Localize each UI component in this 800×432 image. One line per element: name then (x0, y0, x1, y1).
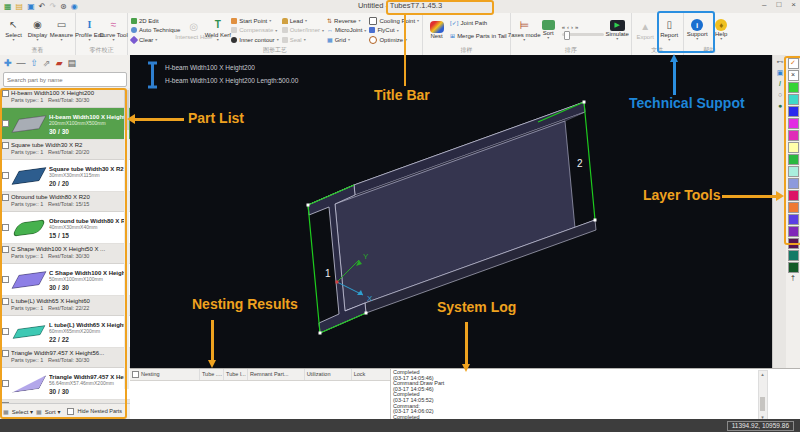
group-label-view: 查看 (0, 46, 75, 55)
profile-edit-button[interactable]: IProfile Edit▾ (78, 14, 101, 46)
grid-button[interactable]: ▦Grid▾ (327, 35, 366, 44)
rewind-button[interactable]: « (562, 24, 565, 30)
merge-parts-label: Merge Parts in Tail (457, 33, 507, 39)
add-part-icon[interactable]: ✚ (4, 58, 12, 68)
flycut-label: FlyCut (377, 27, 394, 33)
group-label-technique: 图形工艺 (128, 46, 422, 55)
step-back-button[interactable]: ‹ (567, 24, 569, 30)
col-tube: Tube .... (200, 369, 224, 380)
nest-icon (430, 21, 444, 33)
select-cursor-icon: ↖ (9, 19, 17, 32)
cursor-coordinates: 11394.92, 10959.86 (727, 421, 794, 431)
2d-edit-label: 2D Edit (139, 18, 159, 24)
group-label-nest: 排样 (423, 46, 510, 55)
inner-contour-icon (231, 37, 237, 43)
export-icon: ▲ (640, 21, 650, 34)
nesting-results-arrow-head (208, 360, 216, 368)
axis-x-label: X (367, 294, 373, 303)
export-button: ▲Export (634, 14, 657, 46)
joint-path-button[interactable]: [✓]Joint Path (450, 18, 507, 27)
lasso-tool-icon[interactable]: ○ (778, 91, 782, 99)
sort-button[interactable]: Sort▾ (537, 14, 560, 46)
nesting-table-body[interactable] (130, 381, 390, 420)
layer-box-icon[interactable]: ▣ (777, 69, 784, 77)
minimize-button[interactable]: – (762, 0, 766, 9)
nest-button[interactable]: Nest (425, 14, 448, 46)
seal-icon (282, 37, 288, 43)
auto-technique-label: Auto Technique (139, 27, 180, 33)
col-remnant: Remnant Part... (248, 369, 305, 380)
system-log-panel: Completed (03-17 14:05:46) Command:Draw … (391, 369, 790, 420)
system-log-arrow-head (462, 364, 470, 372)
maximize-button[interactable]: □ (776, 0, 781, 9)
7axes-mode-button[interactable]: ⊨7axes mode▾ (513, 14, 536, 46)
fast-forward-button[interactable]: » (575, 24, 578, 30)
inner-contour-label: Inner contour (239, 37, 274, 43)
edge-label-1: 1 (325, 268, 331, 279)
import-part-icon[interactable]: ⇧ (31, 58, 39, 68)
outer-inner-icon (282, 27, 288, 33)
joint-path-icon: [✓] (450, 19, 458, 26)
log-scrollbar[interactable]: ▴ ▾ (758, 370, 768, 421)
ribbon-group-technique: 2D Edit Auto Technique Clear▾ ◎Intersect… (128, 13, 423, 55)
layer-pin-icon[interactable]: † (791, 274, 795, 281)
layer-color-swatch[interactable] (788, 250, 799, 261)
start-point-button[interactable]: Start Point▾ (231, 16, 278, 25)
nesting-select-all-checkbox[interactable] (132, 371, 139, 378)
ibeam-icon: I (88, 19, 92, 32)
auto-technique-icon (131, 27, 137, 33)
layer-color-swatch[interactable] (788, 262, 799, 273)
technical-support-arrow-line (673, 62, 676, 95)
group-label-part-correction: 零件校正 (76, 46, 127, 55)
search-box[interactable] (3, 72, 127, 87)
step-forward-button[interactable]: › (571, 24, 573, 30)
help-bulb-icon: ♦ (715, 19, 727, 31)
select-button[interactable]: ↖Select▾ (2, 14, 25, 46)
seal-button: Seal▾ (282, 35, 324, 44)
transform-part-icon[interactable]: ⇗ (43, 58, 51, 68)
optimize-button[interactable]: Optimize▾ (369, 35, 419, 44)
simulate-button[interactable]: ▶Simulate▾ (606, 14, 629, 46)
edit-part-icon[interactable]: ▤ (68, 58, 77, 68)
display-button[interactable]: ◉Display▾ (26, 14, 49, 46)
brush-tool-icon[interactable]: ● (778, 102, 782, 110)
dimension-tool-icon[interactable]: ⊷ (777, 58, 784, 66)
weld-kerf-button[interactable]: TWeld Kerf▾ (206, 14, 229, 46)
auto-technique-button[interactable]: Auto Technique (131, 26, 180, 35)
eraser-icon[interactable]: ▰ (56, 58, 63, 68)
reverse-button[interactable]: ⇅Reverse▾ (327, 16, 366, 25)
col-tube-l: Tube l... (224, 369, 248, 380)
flycut-button[interactable]: FlyCut▾ (369, 26, 419, 35)
merge-parts-icon: ⊞ (450, 32, 455, 39)
simulation-slider[interactable] (562, 33, 604, 36)
remove-part-icon[interactable]: — (17, 58, 26, 68)
edge-label-2: 2 (577, 158, 583, 169)
title-bar-highlight-box (386, 0, 494, 15)
2d-edit-button[interactable]: 2D Edit (131, 16, 180, 25)
cooling-point-icon (369, 17, 377, 25)
nesting-results-table: Nesting Tube .... Tube l... Remnant Part… (130, 369, 391, 420)
reverse-label: Reverse (334, 18, 356, 24)
microjoint-button[interactable]: ↔MicroJoint▾ (327, 26, 366, 35)
merge-parts-button[interactable]: ⊞Merge Parts in Tail (450, 31, 507, 40)
application-window: ▦ ▤ ▣ ↶ ↷ ⊛ ◉ Untitled - TubesT7.1.45.3 … (0, 0, 800, 432)
measure-button[interactable]: ▭Measure▾ (50, 14, 73, 46)
col-utilization: Utilization (305, 369, 352, 380)
reverse-icon: ⇅ (327, 17, 332, 24)
pen-tool-icon[interactable]: / (779, 80, 781, 88)
ribbon-group-part-correction: IProfile Edit▾ ≈Curve Tool▾ 零件校正 (76, 13, 128, 55)
part-list-arrow-line (134, 118, 184, 121)
lead-button[interactable]: Lead▾ (282, 16, 324, 25)
curve-tool-button[interactable]: ≈Curve Tool▾ (102, 14, 125, 46)
optimize-icon (369, 36, 377, 44)
eye-icon: ◉ (33, 19, 42, 32)
compensate-label: Compensate (239, 27, 273, 33)
clear-button[interactable]: Clear▾ (131, 35, 180, 44)
lead-label: Lead (290, 18, 303, 24)
cooling-point-button[interactable]: Cooling Point▾ (369, 16, 419, 25)
search-input[interactable] (4, 77, 126, 83)
slider-thumb[interactable] (564, 31, 570, 40)
layer-tools-arrow-line (722, 195, 777, 198)
inner-contour-button[interactable]: Inner contour▾ (231, 35, 278, 44)
close-button[interactable]: × (791, 0, 796, 9)
